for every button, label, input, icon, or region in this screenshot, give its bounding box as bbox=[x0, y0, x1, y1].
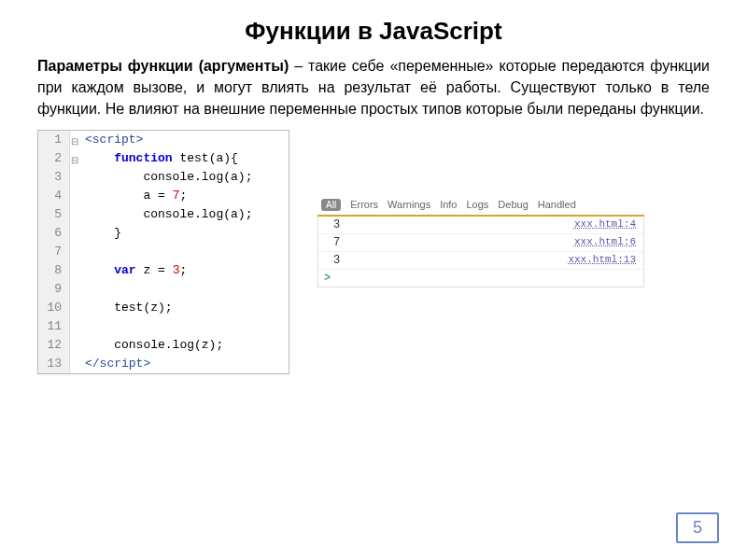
code-text: </script> bbox=[79, 355, 289, 373]
code-editor: 1⊟<script>2⊟ function test(a){3 console.… bbox=[37, 130, 289, 374]
fold-icon bbox=[70, 357, 79, 375]
line-number: 7 bbox=[38, 243, 70, 261]
code-text: console.log(a); bbox=[79, 205, 289, 224]
paragraph: Параметры функции (аргументы) – такие се… bbox=[37, 55, 710, 120]
line-number: 5 bbox=[38, 205, 70, 224]
code-line: 10 test(z); bbox=[38, 299, 289, 317]
page-number: 5 bbox=[676, 512, 719, 543]
line-number: 1 bbox=[38, 131, 70, 149]
fold-icon bbox=[70, 338, 79, 357]
log-source-link[interactable]: xxx.html:4 bbox=[574, 218, 636, 231]
line-number: 3 bbox=[38, 168, 70, 187]
code-line: 6 } bbox=[38, 224, 289, 243]
fold-icon bbox=[70, 189, 79, 207]
console-tabbar: All Errors Warnings Info Logs Debug Hand… bbox=[317, 195, 644, 217]
fold-icon bbox=[70, 319, 79, 338]
console-output: 3xxx.html:47xxx.html:63xxx.html:13> bbox=[317, 217, 644, 287]
code-text: console.log(a); bbox=[79, 168, 289, 187]
code-line: 7 bbox=[38, 243, 289, 261]
code-line: 4 a = 7; bbox=[38, 187, 289, 205]
line-number: 13 bbox=[38, 355, 70, 373]
code-text bbox=[79, 317, 289, 336]
code-text bbox=[79, 280, 289, 299]
code-line: 1⊟<script> bbox=[38, 131, 289, 149]
content-row: 1⊟<script>2⊟ function test(a){3 console.… bbox=[37, 130, 710, 374]
log-value: 3 bbox=[333, 218, 340, 231]
code-text: a = 7; bbox=[79, 187, 289, 205]
console-prompt[interactable]: > bbox=[318, 270, 643, 287]
code-line: 2⊟ function test(a){ bbox=[38, 149, 289, 168]
line-number: 12 bbox=[38, 336, 70, 355]
fold-icon[interactable]: ⊟ bbox=[70, 151, 79, 170]
fold-icon bbox=[70, 207, 79, 226]
line-number: 2 bbox=[38, 149, 70, 168]
console-tab-errors[interactable]: Errors bbox=[350, 199, 378, 210]
line-number: 11 bbox=[38, 317, 70, 336]
code-line: 5 console.log(a); bbox=[38, 205, 289, 224]
code-line: 12 console.log(z); bbox=[38, 336, 289, 355]
code-text: test(z); bbox=[79, 299, 289, 317]
code-line: 9 bbox=[38, 280, 289, 299]
paragraph-lead: Параметры функции (аргументы) bbox=[37, 58, 289, 74]
code-text: <script> bbox=[79, 131, 289, 149]
line-number: 8 bbox=[38, 261, 70, 280]
console-tab-info[interactable]: Info bbox=[440, 199, 457, 210]
log-source-link[interactable]: xxx.html:6 bbox=[574, 236, 636, 249]
code-text: console.log(z); bbox=[79, 336, 289, 355]
fold-icon bbox=[70, 170, 79, 189]
fold-icon bbox=[70, 301, 79, 319]
code-text: var z = 3; bbox=[79, 261, 289, 280]
code-text: } bbox=[79, 224, 289, 243]
code-line: 8 var z = 3; bbox=[38, 261, 289, 280]
code-line: 11 bbox=[38, 317, 289, 336]
slide: Функции в JavaScript Параметры функции (… bbox=[0, 0, 747, 560]
console-log-row: 7xxx.html:6 bbox=[318, 234, 643, 252]
line-number: 9 bbox=[38, 280, 70, 299]
fold-icon bbox=[70, 226, 79, 245]
console-tab-all[interactable]: All bbox=[321, 199, 341, 211]
console-log-row: 3xxx.html:13 bbox=[318, 252, 643, 270]
code-line: 3 console.log(a); bbox=[38, 168, 289, 187]
code-line: 13</script> bbox=[38, 355, 289, 373]
line-number: 10 bbox=[38, 299, 70, 317]
console-tab-warnings[interactable]: Warnings bbox=[388, 199, 430, 210]
page-title: Функции в JavaScript bbox=[37, 17, 710, 46]
fold-icon bbox=[70, 245, 79, 263]
code-text bbox=[79, 243, 289, 261]
fold-icon[interactable]: ⊟ bbox=[70, 133, 79, 151]
line-number: 4 bbox=[38, 187, 70, 205]
console-panel: All Errors Warnings Info Logs Debug Hand… bbox=[317, 195, 644, 287]
console-log-row: 3xxx.html:4 bbox=[318, 217, 643, 234]
code-text: function test(a){ bbox=[79, 149, 289, 168]
fold-icon bbox=[70, 282, 79, 301]
console-tab-logs[interactable]: Logs bbox=[467, 199, 489, 210]
fold-icon bbox=[70, 263, 79, 282]
log-source-link[interactable]: xxx.html:13 bbox=[568, 254, 636, 267]
log-value: 7 bbox=[333, 236, 340, 249]
line-number: 6 bbox=[38, 224, 70, 243]
console-tab-debug[interactable]: Debug bbox=[498, 199, 528, 210]
log-value: 3 bbox=[333, 254, 340, 267]
console-tab-handled[interactable]: Handled bbox=[538, 199, 576, 210]
